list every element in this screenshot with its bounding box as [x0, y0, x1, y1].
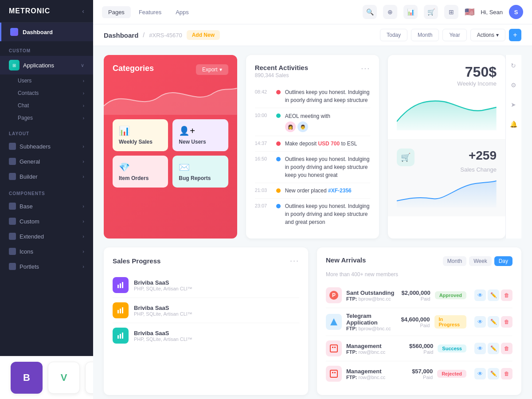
na-app-icon [326, 314, 342, 330]
filter-today-button[interactable]: Today [380, 29, 407, 41]
na-amount: $2,000,000 Paid [402, 289, 430, 301]
sp-info: Briviba SaaS PHP, SQLite, Artisan CLI™ [134, 305, 299, 317]
icons-label: Icons [20, 248, 33, 255]
search-icon[interactable]: 🔍 [363, 5, 377, 19]
sidebar-item-icons[interactable]: Icons › [0, 244, 93, 259]
weekly-sales-title: Weekly Sales [119, 139, 153, 145]
view-button[interactable]: 👁 [474, 368, 486, 379]
topnav-right: 🔍 ⊕ 📊 🛒 ⊞ 🇺🇸 Hi, Sean S [363, 5, 523, 19]
chevron-right-icon: › [82, 144, 84, 149]
view-button[interactable]: 👁 [474, 289, 486, 301]
na-app-ftp: FTP: bprow@bnc.cc [346, 296, 394, 301]
sp-menu-icon[interactable]: ··· [290, 256, 299, 266]
filter-month-button[interactable]: Month [411, 29, 439, 41]
vue-icon: V [48, 362, 80, 394]
svg-rect-0 [117, 285, 119, 288]
na-app-info: Telegram Application FTP: bprow@bnc.cc [346, 313, 396, 331]
income-card: 750$ Weekly Income [388, 55, 505, 239]
cart-icon[interactable]: 🛒 [424, 5, 438, 19]
na-title: New Arrivals [326, 256, 366, 264]
sidebar-item-extended[interactable]: Extended › [0, 229, 93, 244]
tl-avatars: 👩 👨 [285, 121, 330, 132]
add-button[interactable]: + [509, 29, 521, 41]
svg-rect-3 [117, 310, 119, 313]
settings-icon[interactable]: ⚙ [507, 79, 520, 91]
sidebar-sub-users[interactable]: Users › [0, 74, 93, 87]
bootstrap-icon: B [11, 362, 43, 394]
nav-tab-features[interactable]: Features [133, 6, 168, 18]
sidebar-item-general[interactable]: General › [0, 154, 93, 169]
bug-reports-title: Bug Reports [179, 175, 211, 181]
right-sidebar: ↻ ⚙ ➤ 🔔 [505, 55, 521, 239]
nav-tabs: Pages Features Apps [102, 6, 195, 18]
mini-cards: 📊 Weekly Sales 👤+ New Users 💎 Item Order… [113, 119, 228, 188]
sp-item: Briviba SaaS PHP, SQLite, Artisan CLI™ [113, 273, 299, 298]
tl-text: AEOL meeting with [285, 113, 330, 119]
content-area: Categories Export ▾ 📊 [93, 46, 532, 399]
svg-rect-5 [122, 307, 123, 313]
delete-button[interactable]: 🗑 [501, 289, 512, 301]
bell-icon[interactable]: 🔔 [507, 118, 520, 130]
chevron-down-icon: ∨ [81, 63, 84, 68]
new-users-title: New Users [179, 139, 206, 145]
tl-dot-orange [276, 188, 281, 193]
sidebar-item-builder[interactable]: Builder › [0, 169, 93, 184]
edit-button[interactable]: ✏️ [488, 343, 499, 354]
na-filter-month[interactable]: Month [443, 256, 466, 266]
svg-rect-2 [122, 282, 123, 288]
refresh-icon[interactable]: ↻ [507, 59, 520, 72]
view-button[interactable]: 👁 [474, 343, 486, 354]
sidebar-item-applications[interactable]: ⊞ Applications ∨ [0, 56, 93, 74]
chevron-right-icon: › [82, 219, 84, 224]
edit-button[interactable]: ✏️ [488, 316, 499, 328]
na-price: $2,000,000 [402, 289, 430, 296]
sidebar-item-dashboard[interactable]: Dashboard [0, 23, 93, 41]
wave-chart [104, 79, 237, 115]
edit-button[interactable]: ✏️ [488, 368, 499, 379]
main-content: Pages Features Apps 🔍 ⊕ 📊 🛒 ⊞ 🇺🇸 Hi, Sea… [93, 0, 532, 399]
grid-icon[interactable]: ⊞ [444, 5, 458, 19]
tl-time: 10:00 [255, 113, 272, 118]
add-new-button[interactable]: Add New [187, 30, 220, 40]
sidebar-item-base[interactable]: Base › [0, 199, 93, 214]
delete-button[interactable]: 🗑 [501, 343, 512, 354]
na-actions: 👁 ✏️ 🗑 [474, 343, 512, 354]
delete-button[interactable]: 🗑 [501, 316, 512, 328]
na-app-info: Management FTP: row@bnc.cc [346, 368, 385, 380]
svg-text:P: P [332, 292, 336, 298]
sp-tech: PHP, SQLite, Artisan CLI™ [134, 286, 299, 291]
second-row: Sales Progress ··· Briviba SaaS PHP, SQL… [93, 247, 532, 399]
filter-year-button[interactable]: Year [442, 29, 466, 41]
sidebar-sub-pages[interactable]: Pages › [0, 112, 93, 124]
svg-rect-6 [117, 335, 119, 339]
na-price: $4,600,000 [401, 316, 430, 323]
ra-menu-icon[interactable]: ··· [361, 64, 370, 73]
export-button[interactable]: Export ▾ [196, 64, 228, 75]
sidebar-logo-area: METRONIC ‹ [0, 0, 93, 23]
na-filter-week[interactable]: Week [469, 256, 491, 266]
sidebar-item-custom[interactable]: Custom › [0, 214, 93, 229]
na-filter-day[interactable]: Day [494, 256, 512, 266]
svg-rect-4 [120, 309, 121, 313]
edit-button[interactable]: ✏️ [488, 289, 499, 301]
ra-subtitle: 890,344 Sales [255, 72, 308, 78]
sidebar-sub-chat[interactable]: Chat › [0, 99, 93, 112]
svg-rect-17 [334, 372, 336, 373]
send-icon[interactable]: ➤ [507, 98, 520, 111]
nav-tab-pages[interactable]: Pages [102, 6, 131, 18]
nav-tab-apps[interactable]: Apps [169, 6, 195, 18]
sidebar-item-portlets[interactable]: Portlets › [0, 259, 93, 274]
categories-card: Categories Export ▾ 📊 [104, 55, 237, 239]
delete-button[interactable]: 🗑 [501, 368, 512, 379]
chart-icon[interactable]: 📊 [403, 5, 418, 19]
actions-button[interactable]: Actions ▾ [470, 29, 505, 41]
tl-dot-teal [276, 113, 281, 118]
share-icon[interactable]: ⊕ [383, 5, 397, 19]
na-app-info: Sant Outstanding FTP: bprow@bnc.cc [346, 289, 394, 301]
sidebar-sub-contacts[interactable]: Contacts › [0, 87, 93, 99]
view-button[interactable]: 👁 [474, 316, 486, 328]
sidebar-item-subheaders[interactable]: Subheaders › [0, 139, 93, 154]
sidebar-toggle-icon[interactable]: ‹ [82, 8, 84, 15]
section-components-label: COMPONENTS [0, 184, 93, 199]
user-avatar[interactable]: S [509, 5, 523, 19]
